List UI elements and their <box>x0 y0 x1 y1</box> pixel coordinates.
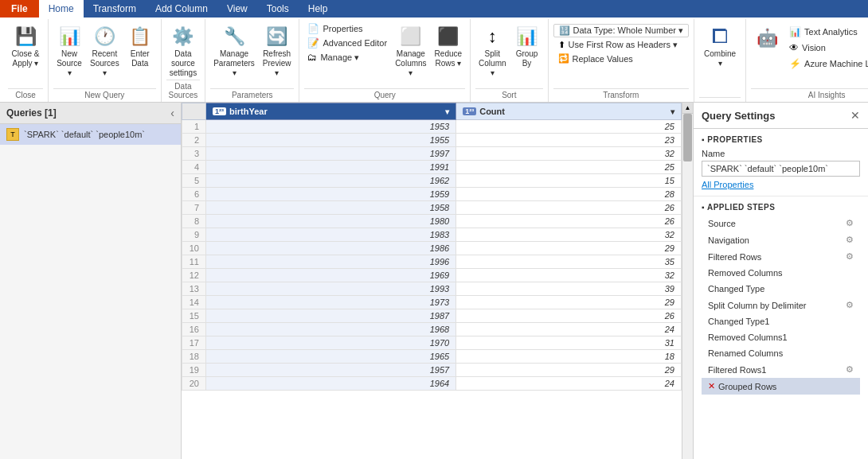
scroll-thumb[interactable] <box>683 114 692 161</box>
new-source-button[interactable]: 📊 NewSource ▾ <box>53 22 85 80</box>
scroll-up-button[interactable]: ▲ <box>682 103 693 114</box>
step-item[interactable]: Navigation⚙ <box>702 231 860 248</box>
table-row: 1195325 <box>182 120 682 134</box>
split-column-button[interactable]: ↕ SplitColumn ▾ <box>475 22 509 80</box>
step-item[interactable]: Filtered Rows1⚙ <box>702 361 860 378</box>
row-number: 10 <box>182 242 206 255</box>
vision-icon: 👁 <box>789 42 799 53</box>
tab-home[interactable]: Home <box>39 0 84 18</box>
step-item[interactable]: Renamed Columns <box>702 345 860 361</box>
table-row: 4199125 <box>182 161 682 174</box>
ribbon-group-parameters-label: Parameters <box>210 88 294 102</box>
properties-button[interactable]: 📄 Properties <box>304 22 390 35</box>
vision-button[interactable]: 👁 Vision <box>786 41 868 54</box>
count-cell: 25 <box>456 161 682 174</box>
count-column-header[interactable]: 1²³ Count ▾ <box>456 103 682 120</box>
text-analytics-label: Text Analytics <box>804 27 858 37</box>
new-source-label: NewSource ▾ <box>57 49 82 78</box>
step-gear-icon[interactable]: ⚙ <box>846 218 854 228</box>
row-number: 12 <box>182 269 206 282</box>
birthyear-cell: 1969 <box>206 269 456 282</box>
manage-parameters-button[interactable]: 🔧 ManageParameters ▾ <box>210 22 258 80</box>
panel-close-button[interactable]: ✕ <box>850 109 860 122</box>
title-bar: File Home Transform Add Column View Tool… <box>0 0 868 18</box>
combine-button[interactable]: ⧠ Combine ▾ <box>699 22 741 70</box>
table-inner[interactable]: 1²³ birthYear ▾ 1²³ Count ▾ <box>182 103 682 459</box>
manage-columns-button[interactable]: ⬜ ManageColumns ▾ <box>392 22 429 80</box>
split-column-label: SplitColumn ▾ <box>479 49 506 78</box>
refresh-preview-button[interactable]: 🔄 RefreshPreview ▾ <box>260 22 295 80</box>
scroll-track[interactable] <box>682 114 693 459</box>
close-apply-icon: 💾 <box>13 24 38 49</box>
step-item[interactable]: Source⚙ <box>702 215 860 231</box>
text-analytics-button[interactable]: 📊 Text Analytics <box>786 25 868 38</box>
count-cell: 24 <box>456 323 682 336</box>
recent-sources-button[interactable]: 🕐 RecentSources ▾ <box>87 22 123 80</box>
group-by-button[interactable]: 📊 GroupBy <box>511 22 543 70</box>
birthyear-cell: 1964 <box>206 377 456 391</box>
all-properties-link[interactable]: All Properties <box>702 180 860 189</box>
refresh-preview-label: RefreshPreview ▾ <box>263 49 291 78</box>
count-cell: 26 <box>456 201 682 215</box>
step-name: Filtered Rows <box>708 252 761 262</box>
count-filter-icon[interactable]: ▾ <box>671 107 674 116</box>
use-first-row-button[interactable]: ⬆ Use First Row as Headers ▾ <box>553 39 689 51</box>
replace-values-icon: 🔁 <box>558 53 569 64</box>
property-name-value[interactable]: `SPARK` `default` `people10m` <box>702 161 860 177</box>
sidebar-title: Queries [1] <box>6 107 57 119</box>
step-gear-icon[interactable]: ⚙ <box>846 251 854 262</box>
reduce-rows-button[interactable]: ⬛ ReduceRows ▾ <box>432 22 465 70</box>
ribbon-group-new-query: 📊 NewSource ▾ 🕐 RecentSources ▾ 📋 EnterD… <box>49 19 162 102</box>
birthyear-filter-icon[interactable]: ▾ <box>445 107 449 116</box>
step-item[interactable]: Changed Type1 <box>702 313 860 329</box>
tab-add-column[interactable]: Add Column <box>146 0 217 18</box>
data-source-settings-button[interactable]: ⚙️ Data sourcesettings <box>166 22 200 80</box>
manage-columns-label: ManageColumns ▾ <box>395 49 426 78</box>
table-row: 10198629 <box>182 242 682 255</box>
step-item[interactable]: Split Column by Delimiter⚙ <box>702 297 860 313</box>
table-scroll-wrapper: 1²³ birthYear ▾ 1²³ Count ▾ <box>182 103 693 459</box>
count-cell: 24 <box>456 377 682 391</box>
count-cell: 29 <box>456 242 682 255</box>
azure-ml-label: Azure Machine Learning <box>804 59 868 68</box>
tab-transform[interactable]: Transform <box>84 0 146 18</box>
birthyear-cell: 1970 <box>206 336 456 350</box>
data-table: 1²³ birthYear ▾ 1²³ Count ▾ <box>182 103 682 391</box>
data-type-button[interactable]: 🔢 Data Type: Whole Number ▾ <box>553 24 689 37</box>
use-first-row-icon: ⬆ <box>558 40 565 50</box>
step-item[interactable]: Removed Columns1 <box>702 329 860 345</box>
tab-view[interactable]: View <box>217 0 257 18</box>
step-gear-icon[interactable]: ⚙ <box>846 235 854 245</box>
table-row: 16196824 <box>182 323 682 336</box>
close-apply-button[interactable]: 💾 Close &Apply ▾ <box>8 22 43 70</box>
use-first-row-label: Use First Row as Headers ▾ <box>569 40 678 50</box>
step-item[interactable]: Filtered Rows⚙ <box>702 248 860 265</box>
row-number: 17 <box>182 336 206 350</box>
advanced-editor-button[interactable]: 📝 Advanced Editor <box>304 37 390 49</box>
birthyear-cell: 1987 <box>206 309 456 323</box>
manage-button[interactable]: 🗂 Manage ▾ <box>304 51 390 64</box>
birthyear-cell: 1957 <box>206 364 456 377</box>
birthyear-cell: 1993 <box>206 282 456 296</box>
step-item[interactable]: Changed Type <box>702 281 860 297</box>
enter-data-button[interactable]: 📋 EnterData <box>124 22 156 70</box>
step-gear-icon[interactable]: ⚙ <box>846 364 854 375</box>
vertical-scrollbar[interactable]: ▲ ▼ <box>682 103 693 459</box>
ribbon-tabs-bar: Home Transform Add Column View Tools Hel… <box>39 0 338 18</box>
ai-icon-button[interactable]: 🤖 <box>751 24 783 53</box>
tab-help[interactable]: Help <box>299 0 338 18</box>
replace-values-button[interactable]: 🔁 Replace Values <box>553 53 689 64</box>
count-col-name: Count <box>479 107 505 116</box>
step-gear-icon[interactable]: ⚙ <box>846 300 854 310</box>
sidebar-collapse-button[interactable]: ‹ <box>170 107 174 119</box>
tab-tools[interactable]: Tools <box>257 0 299 18</box>
azure-ml-button[interactable]: ⚡ Azure Machine Learning <box>786 57 868 70</box>
birthyear-column-header[interactable]: 1²³ birthYear ▾ <box>206 103 456 120</box>
step-item[interactable]: ✕Grouped Rows <box>702 378 860 395</box>
table-row: 13199339 <box>182 282 682 296</box>
properties-icon: 📄 <box>307 23 319 34</box>
step-item[interactable]: Removed Columns <box>702 265 860 281</box>
count-cell: 15 <box>456 174 682 188</box>
sidebar-item[interactable]: T `SPARK` `default` `people10m` <box>0 124 181 145</box>
file-tab[interactable]: File <box>0 0 39 18</box>
